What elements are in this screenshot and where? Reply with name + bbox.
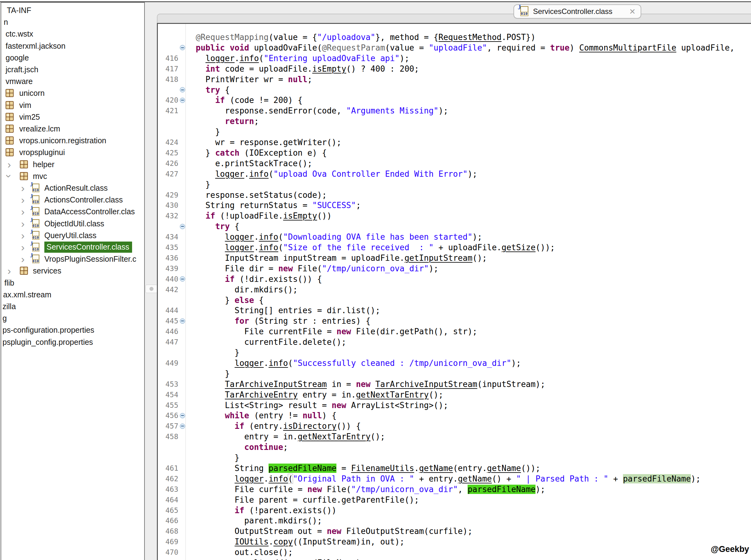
line-number: 426: [158, 158, 178, 169]
line-number: 458: [158, 431, 178, 442]
scrollbar-thumb[interactable]: [145, 285, 158, 293]
watermark: @Geekby: [711, 544, 749, 554]
package-icon: [20, 172, 28, 180]
tree-item-flib[interactable]: flib: [1, 277, 145, 289]
code-line: continue;: [158, 442, 751, 453]
tree-item-label: ctc.wstx: [5, 29, 33, 38]
tree-item-servicescontroller-class[interactable]: ›J010ServicesController.class: [1, 241, 145, 253]
package-icon: [5, 136, 14, 144]
tree-item-ctc-wstx[interactable]: ctc.wstx: [1, 28, 145, 40]
code-line: 461 String parsedFileName = FilenameUtil…: [158, 463, 751, 474]
code-line: 458 entry = in.getNextTarEntry();: [158, 431, 751, 442]
tree-item-fasterxml-jackson[interactable]: fasterxml.jackson: [1, 40, 145, 52]
fold-collapse-icon[interactable]: [180, 224, 185, 229]
tree-item-objectidutil-class[interactable]: ›J010ObjectIdUtil.class: [1, 218, 145, 229]
package-icon: [20, 267, 28, 275]
class-file-icon: J010: [32, 219, 39, 228]
tree-item-mvc[interactable]: ›mvc: [1, 170, 145, 182]
tree-item-vropspluginsessionfilter-c[interactable]: ›J010VropsPluginSessionFilter.c: [1, 253, 145, 265]
code-text: String parsedFileName = FilenameUtils.ge…: [186, 463, 541, 474]
code-line: 469 IOUtils.copy((InputStream)in, out);: [158, 536, 751, 547]
tree-item-label: jcraft.jsch: [5, 65, 38, 74]
code-line: 432 if (!uploadFile.isEmpty()): [158, 211, 751, 221]
tree-item-label: helper: [33, 160, 55, 169]
tree-item-jcraft-jsch[interactable]: jcraft.jsch: [1, 64, 145, 75]
line-number: 469: [158, 536, 178, 547]
tree-item-label: unicorn: [19, 89, 45, 98]
code-line: 442 dir.mkdirs();: [158, 284, 751, 295]
class-file-icon: J010: [520, 6, 528, 16]
fold-collapse-icon[interactable]: [180, 413, 185, 418]
tree-item-unicorn[interactable]: unicorn: [1, 87, 145, 99]
code-text: dir.mkdirs();: [186, 284, 298, 295]
fold-collapse-icon[interactable]: [180, 318, 185, 324]
class-file-icon: J010: [32, 184, 39, 192]
code-text: File curfile = new File("/tmp/unicorn_ov…: [186, 484, 545, 495]
code-text: continue;: [186, 442, 288, 453]
tree-item-label: ps-configuration.properties: [2, 325, 94, 335]
tree-item-vmware[interactable]: vmware: [1, 75, 145, 87]
fold-collapse-icon[interactable]: [180, 87, 185, 93]
tree-item-g[interactable]: g: [1, 312, 145, 324]
code-line: 466 parent.mkdirs();: [158, 515, 751, 526]
tree-item-vim[interactable]: vim: [1, 99, 145, 111]
code-text: int code = uploadFile.isEmpty() ? 400 : …: [186, 64, 419, 74]
fold-collapse-icon[interactable]: [180, 276, 185, 282]
tree-item-label: vim: [19, 100, 31, 109]
tree-item-ta-inf[interactable]: TA-INF: [1, 4, 145, 16]
line-number: 429: [158, 190, 178, 200]
line-number: 442: [158, 284, 178, 295]
line-number: 455: [158, 400, 178, 411]
tree-item-label: ObjectIdUtil.class: [44, 219, 104, 228]
code-editor[interactable]: @RequestMapping(value = {"/uploadova"}, …: [157, 23, 751, 560]
tree-item-zilla[interactable]: zilla: [1, 300, 145, 312]
tree-item-ax-xml-stream[interactable]: ax.xml.stream: [1, 289, 145, 300]
tree-item-vrops-unicorn-registration[interactable]: vrops.unicorn.registration: [1, 135, 145, 146]
code-text: logger.info("Entering uploadOvaFile api"…: [186, 53, 409, 64]
tree-item-queryutil-class[interactable]: ›J010QueryUtil.class: [1, 229, 145, 241]
tree-item-label: TA-INF: [7, 6, 31, 15]
tab-bar: [157, 14, 751, 24]
code-text: parent.mkdirs();: [186, 515, 322, 526]
tree-item-helper[interactable]: ›helper: [1, 158, 145, 170]
editor-tab[interactable]: J010 ServicesController.class ✕: [513, 4, 641, 19]
code-line: 457 if (entry.isDirectory()) {: [158, 421, 751, 431]
tree-item-psplugin-config-properties[interactable]: psplugin_config.properties: [1, 336, 145, 348]
tree-item-vropspluginui[interactable]: vropspluginui: [1, 146, 145, 158]
code-text: out.close();: [186, 547, 293, 558]
code-text: }: [186, 179, 210, 190]
fold-collapse-icon[interactable]: [180, 45, 185, 50]
tree-item-services[interactable]: ›services: [1, 265, 145, 277]
code-line: 417 int code = uploadFile.isEmpty() ? 40…: [158, 64, 751, 74]
tree-item-actionresult-class[interactable]: ›J010ActionResult.class: [1, 182, 145, 194]
tree-item-dataaccesscontroller-clas[interactable]: ›J010DataAccessController.clas: [1, 205, 145, 217]
line-number: 449: [158, 358, 178, 368]
code-line: result.add(parsedFileName);: [158, 558, 751, 560]
line-number: 432: [158, 211, 178, 221]
code-line: public void uploadOvaFile(@RequestParam(…: [158, 42, 751, 53]
fold-collapse-icon[interactable]: [180, 424, 185, 429]
tree-item-ps-configuration-properties[interactable]: ps-configuration.properties: [1, 324, 145, 336]
project-tree-panel[interactable]: TA-INFnctc.wstxfasterxml.jacksongooglejc…: [1, 2, 145, 560]
code-text: return;: [186, 116, 259, 126]
close-icon[interactable]: ✕: [629, 7, 636, 16]
tree-item-label: mvc: [33, 172, 47, 180]
code-text: response.sendError(code, "Arguments Miss…: [186, 105, 448, 116]
tree-item-actionscontroller-class[interactable]: ›J010ActionsController.class: [1, 194, 145, 205]
code-line: }: [158, 453, 751, 463]
tree-item-vrealize-lcm[interactable]: vrealize.lcm: [1, 123, 145, 135]
code-text: logger.info("Original Path in OVA : " + …: [186, 474, 701, 484]
code-line: 424 wr = response.getWriter();: [158, 137, 751, 147]
tree-item-n[interactable]: n: [1, 16, 145, 28]
code-text: } catch (IOException e) {: [186, 147, 327, 158]
tree-item-label: n: [4, 18, 8, 27]
tree-item-google[interactable]: google: [1, 52, 145, 64]
line-number: 444: [158, 305, 178, 316]
class-file-icon: J010: [32, 195, 39, 204]
tree-item-label: services: [33, 266, 61, 275]
code-text: if (code != 200) {: [186, 95, 303, 105]
fold-collapse-icon[interactable]: [180, 98, 185, 103]
tree-item-vim25[interactable]: vim25: [1, 111, 145, 123]
code-line: 454 TarArchiveEntry entry = in.getNextTa…: [158, 389, 751, 400]
code-text: IOUtils.copy((InputStream)in, out);: [186, 536, 404, 547]
